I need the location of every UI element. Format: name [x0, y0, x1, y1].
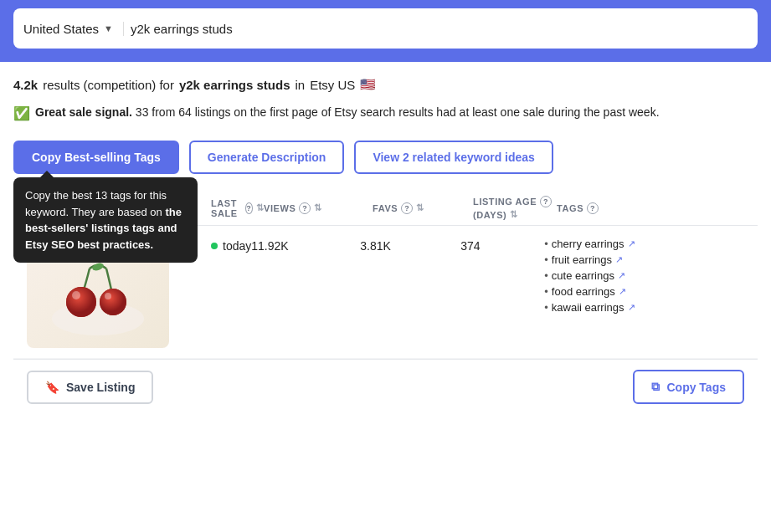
external-link-icon[interactable]: ↗: [615, 254, 623, 265]
main-content: 4.2k results (competition) for y2k earri…: [0, 62, 771, 414]
svg-point-7: [91, 262, 105, 272]
svg-point-4: [100, 289, 126, 315]
copy-tags-bottom-label: Copy Tags: [666, 381, 726, 394]
chevron-down-icon: ▼: [104, 23, 113, 33]
sale-signal-label: Great sale signal.: [35, 105, 132, 119]
results-count: 4.2k: [13, 78, 38, 92]
last-sale-sort-icon[interactable]: ⇅: [256, 202, 265, 213]
search-bar: United States ▼: [13, 8, 758, 49]
svg-point-0: [52, 302, 144, 335]
listing-age-sort-icon[interactable]: ⇅: [510, 209, 518, 220]
tag-name: cherry earrings: [552, 238, 625, 250]
favs-cell: 3.81K: [360, 236, 460, 253]
save-listing-button[interactable]: 🔖 Save Listing: [27, 371, 153, 404]
green-dot-icon: [211, 243, 218, 249]
country-label: United States: [23, 22, 99, 36]
view-related-keywords-button[interactable]: View 2 related keyword ideas: [354, 141, 553, 174]
tag-name: food earrings: [552, 285, 615, 298]
results-market-prefix: in: [295, 78, 305, 92]
bottom-actions: 🔖 Save Listing ⧉ Copy Tags: [13, 359, 758, 414]
sale-signal-description: 33 from 64 listings on the first page of…: [136, 105, 660, 119]
tag-name: kawaii earrings: [552, 301, 625, 314]
views-value: 11.92K: [251, 239, 288, 253]
col-tags: TAGS ?: [557, 202, 691, 214]
sale-signal-text: Great sale signal. 33 from 64 listings o…: [35, 104, 660, 121]
external-link-icon[interactable]: ↗: [619, 286, 626, 297]
col-last-sale: LAST SALE ? ⇅: [211, 198, 264, 218]
copy-tags-button[interactable]: Copy Best-selling Tags: [13, 141, 179, 174]
svg-point-2: [66, 287, 96, 317]
tag-name: fruit earrings: [552, 253, 612, 266]
sale-signal: ✅ Great sale signal. 33 from 64 listings…: [13, 104, 758, 124]
last-sale-cell: today: [211, 236, 251, 253]
svg-point-6: [105, 293, 111, 299]
last-sale-help-icon[interactable]: ?: [245, 202, 253, 214]
external-link-icon[interactable]: ↗: [628, 238, 635, 249]
copy-tags-container: Copy Best-selling Tags Copy the best 13 …: [13, 141, 179, 174]
country-selector[interactable]: United States ▼: [23, 22, 124, 36]
tags-cell: cherry earrings ↗ fruit earrings ↗ cute …: [544, 236, 678, 315]
bookmark-icon: 🔖: [45, 381, 59, 394]
copy-tags-tooltip: Copy the best 13 tags for this keyword. …: [13, 177, 198, 263]
last-sale-value: today: [223, 239, 251, 253]
search-input[interactable]: [131, 22, 748, 36]
tooltip-text: Copy the best 13 tags for this keyword. …: [25, 189, 182, 251]
results-query: y2k earrings studs: [179, 78, 290, 92]
list-item: food earrings ↗: [544, 284, 678, 299]
views-sort-icon[interactable]: ⇅: [314, 202, 322, 213]
action-buttons: Copy Best-selling Tags Copy the best 13 …: [13, 141, 758, 174]
external-link-icon[interactable]: ↗: [628, 302, 635, 313]
favs-value: 3.81K: [360, 239, 391, 253]
header: United States ▼: [0, 0, 771, 57]
external-link-icon[interactable]: ↗: [618, 270, 625, 281]
results-market: Etsy US: [310, 78, 355, 92]
generate-description-button[interactable]: Generate Description: [189, 141, 345, 174]
copy-icon: ⧉: [651, 380, 660, 394]
results-summary: 4.2k results (competition) for y2k earri…: [13, 77, 758, 92]
tag-name: cute earrings: [552, 269, 614, 282]
flag-icon: 🇺🇸: [360, 77, 376, 92]
svg-point-5: [72, 291, 80, 299]
checkmark-icon: ✅: [13, 104, 30, 124]
listing-age-value: 374: [460, 239, 480, 253]
col-favs: FAVS ? ⇅: [373, 202, 473, 214]
favs-help-icon[interactable]: ?: [401, 202, 413, 214]
list-item: fruit earrings ↗: [544, 252, 678, 268]
views-help-icon[interactable]: ?: [299, 202, 311, 214]
tags-help-icon[interactable]: ?: [587, 202, 599, 214]
list-item: cherry earrings ↗: [544, 236, 678, 252]
tags-list: cherry earrings ↗ fruit earrings ↗ cute …: [544, 236, 678, 315]
list-item: kawaii earrings ↗: [544, 299, 678, 315]
results-text: results (competition) for: [43, 78, 174, 92]
listing-age-cell: 374: [460, 236, 544, 253]
tooltip-bold: the best-sellers' listings tags and Etsy…: [25, 206, 182, 251]
copy-tags-bottom-button[interactable]: ⧉ Copy Tags: [633, 370, 744, 404]
col-listing-age: LISTING AGE ? (DAYS) ⇅: [473, 196, 557, 220]
listing-age-help-icon[interactable]: ?: [540, 196, 552, 207]
favs-sort-icon[interactable]: ⇅: [416, 202, 424, 213]
views-cell: 11.92K: [251, 236, 360, 253]
list-item: cute earrings ↗: [544, 268, 678, 284]
col-views: VIEWS ? ⇅: [264, 202, 373, 214]
save-listing-label: Save Listing: [66, 381, 135, 394]
